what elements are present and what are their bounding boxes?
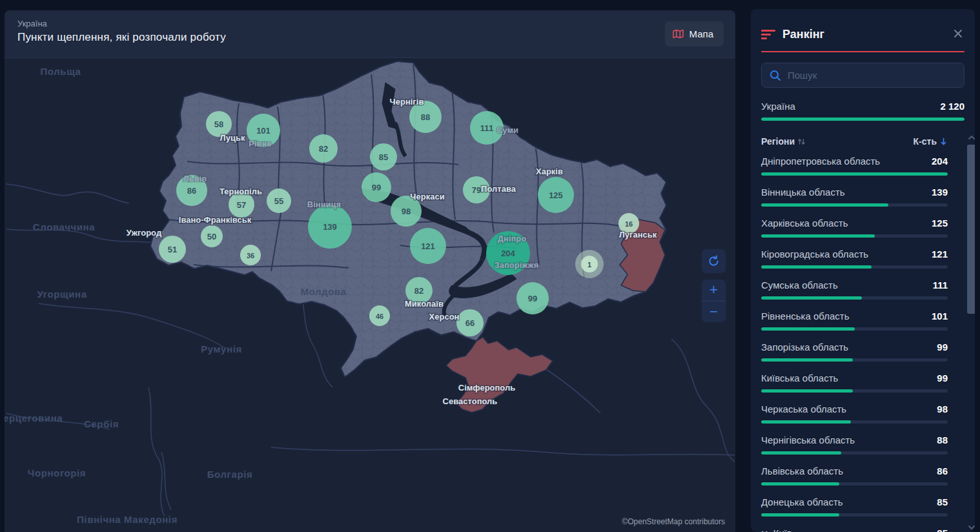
city-label: Полтава — [481, 184, 516, 194]
search-input[interactable] — [788, 70, 956, 81]
region-progress-track — [761, 513, 948, 517]
city-label: Тернопіль — [219, 187, 262, 196]
region-value: 85 — [937, 527, 948, 532]
total-progress-bar — [761, 118, 965, 121]
region-row[interactable]: м. Київ 85 — [761, 521, 948, 532]
map-bubble[interactable]: 85 — [370, 143, 397, 170]
bubble-value: 46 — [376, 312, 383, 320]
bubble-value: 58 — [214, 119, 223, 129]
map-mode-button[interactable]: Мапа — [665, 21, 724, 46]
bubble-value: 1 — [587, 261, 591, 269]
title-underline — [761, 51, 965, 52]
country-label: Герцеговина — [5, 413, 63, 424]
region-progress-bar — [761, 482, 839, 486]
country-label: Словаччина — [33, 221, 95, 232]
region-row[interactable]: Львівська область 86 — [761, 459, 948, 490]
region-row[interactable]: Донецька область 85 — [761, 490, 948, 521]
city-label: Дніпро — [498, 234, 527, 243]
total-value: 2 120 — [940, 101, 965, 112]
ranking-title: Ранкінг — [782, 28, 944, 41]
region-row[interactable]: Вінницька область 139 — [761, 180, 948, 211]
map-bubble[interactable]: 50 — [201, 225, 223, 247]
zoom-in-button[interactable]: + — [702, 280, 726, 301]
map-refresh-button[interactable] — [702, 249, 726, 273]
city-label: Миколаїв — [405, 299, 444, 309]
map-bubble[interactable]: 99 — [362, 172, 391, 202]
country-label: Румунія — [201, 343, 242, 354]
region-progress-track — [761, 389, 948, 393]
country-label: Сербія — [84, 418, 119, 429]
map-bubble[interactable]: 36 — [240, 245, 261, 265]
region-row[interactable]: Чернігівська область 88 — [761, 428, 948, 459]
region-row[interactable]: Харківська область 125 — [761, 211, 948, 242]
region-progress-track — [761, 358, 948, 362]
map-bubble[interactable]: 139 — [308, 205, 352, 249]
region-progress-track — [761, 172, 948, 176]
region-value: 88 — [937, 435, 948, 445]
region-value: 99 — [937, 373, 948, 384]
sort-by-region[interactable]: Регіони — [761, 136, 806, 147]
region-progress-track — [761, 482, 948, 486]
region-progress-bar — [761, 265, 872, 269]
city-label: Херсон — [429, 312, 460, 322]
scroll-up-icon[interactable] — [966, 134, 975, 142]
bubble-value: 101 — [256, 126, 271, 136]
sort-by-count[interactable]: К-сть — [914, 136, 948, 147]
map-bubble[interactable]: 125 — [538, 177, 574, 213]
total-label: Україна — [761, 101, 795, 112]
map-bubble[interactable]: 99 — [516, 282, 549, 314]
region-name: м. Київ — [761, 527, 792, 532]
region-row[interactable]: Кіровоградська область 121 — [761, 242, 948, 273]
region-value: 86 — [937, 466, 948, 476]
bubble-value: 204 — [501, 249, 515, 258]
region-name: Сумська область — [761, 280, 838, 291]
zoom-out-button[interactable]: − — [702, 302, 726, 323]
country-total-row[interactable]: Україна 2 120 — [761, 101, 965, 121]
map-bubble[interactable]: 82 — [309, 134, 338, 163]
region-row[interactable]: Дніпропетровська область 204 — [761, 149, 948, 180]
map-bubble[interactable]: 55 — [267, 189, 291, 213]
region-value: 101 — [932, 311, 948, 322]
city-label: Івано-Франківськ — [179, 215, 252, 225]
map-bubble[interactable]: 51 — [159, 236, 186, 263]
map-area[interactable]: 5810182881118599791258657551399812150513… — [5, 58, 735, 531]
country-label: Молдова — [300, 286, 346, 297]
region-row[interactable]: Сумська область 111 — [761, 273, 948, 304]
city-label: Сімферополь — [458, 383, 515, 393]
bubble-value: 86 — [187, 186, 196, 196]
close-button[interactable] — [952, 27, 965, 42]
region-progress-bar — [761, 234, 875, 238]
bubble-value: 125 — [549, 190, 563, 200]
region-row[interactable]: Рівненська область 101 — [761, 304, 948, 335]
map-bubble[interactable]: 121 — [410, 228, 446, 264]
region-name: Чернігівська область — [761, 435, 855, 445]
sort-desc-icon — [939, 137, 948, 146]
bubble-value: 85 — [379, 152, 388, 162]
bubble-value: 99 — [528, 294, 537, 303]
region-progress-bar — [761, 296, 862, 300]
region-row[interactable]: Черкаська область 98 — [761, 397, 948, 428]
scroll-down-icon[interactable] — [966, 524, 975, 532]
scrollbar-thumb[interactable] — [967, 145, 975, 314]
map-bubble[interactable]: 66 — [456, 309, 484, 336]
city-label: Львів — [183, 174, 207, 183]
country-label: Угорщина — [37, 289, 87, 300]
map-button-label: Мапа — [689, 28, 713, 39]
city-label: Харків — [536, 167, 563, 176]
map-bubble[interactable]: 1 — [575, 250, 604, 278]
region-row[interactable]: Запорізька область 99 — [761, 335, 948, 366]
bubble-value: 111 — [480, 123, 493, 133]
bubble-value: 79 — [472, 185, 481, 195]
region-value: 85 — [937, 496, 948, 507]
map-bubble[interactable]: 46 — [369, 305, 390, 326]
bubble-value: 121 — [421, 241, 435, 251]
city-label: Луганськ — [619, 230, 657, 240]
region-name: Черкаська область — [761, 404, 846, 414]
bubble-value: 88 — [421, 112, 430, 122]
region-progress-track — [761, 234, 948, 238]
region-progress-track — [761, 265, 948, 269]
zoom-controls: + − — [702, 280, 726, 322]
region-name: Харківська область — [761, 218, 848, 229]
region-value: 98 — [937, 404, 948, 414]
region-row[interactable]: Київська область 99 — [761, 366, 948, 397]
